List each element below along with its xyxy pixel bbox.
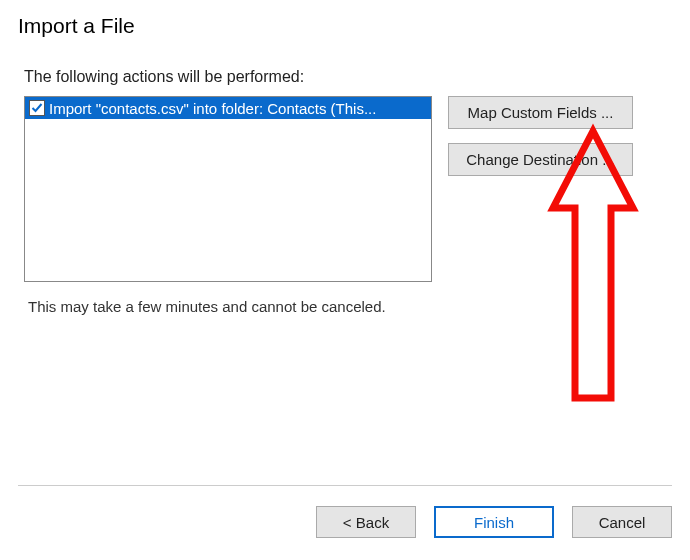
- cancel-button[interactable]: Cancel: [572, 506, 672, 538]
- finish-button[interactable]: Finish: [434, 506, 554, 538]
- divider: [18, 485, 672, 486]
- actions-list[interactable]: Import "contacts.csv" into folder: Conta…: [24, 96, 432, 282]
- list-item-label: Import "contacts.csv" into folder: Conta…: [49, 100, 376, 117]
- checkbox-checked-icon[interactable]: [29, 100, 45, 116]
- change-destination-button[interactable]: Change Destination ...: [448, 143, 633, 176]
- bottom-bar: < Back Finish Cancel: [316, 506, 672, 538]
- window-title: Import a File: [0, 0, 690, 50]
- content-area: The following actions will be performed:…: [0, 50, 690, 315]
- back-button[interactable]: < Back: [316, 506, 416, 538]
- note-text: This may take a few minutes and cannot b…: [28, 298, 666, 315]
- actions-label: The following actions will be performed:: [24, 68, 666, 86]
- list-item[interactable]: Import "contacts.csv" into folder: Conta…: [25, 97, 431, 119]
- map-custom-fields-button[interactable]: Map Custom Fields ...: [448, 96, 633, 129]
